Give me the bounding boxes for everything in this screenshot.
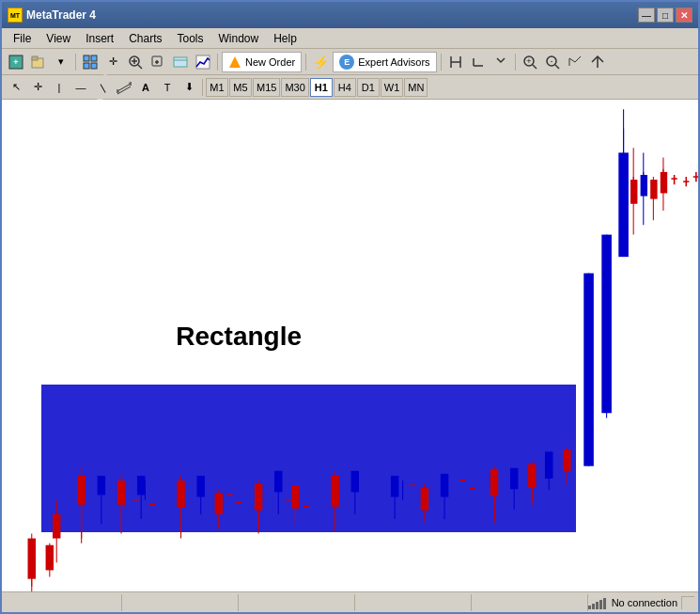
- toolbar-sep-3: [305, 54, 306, 71]
- main-toolbar: + ▾ ✛ New Order ⚡ E Expert: [2, 49, 698, 75]
- profiles-button[interactable]: [80, 52, 101, 72]
- status-seg-4: [355, 594, 472, 611]
- svg-rect-15: [174, 57, 187, 67]
- svg-rect-97: [545, 451, 552, 479]
- svg-rect-3: [32, 56, 38, 60]
- zoom-out-2-button[interactable]: -: [542, 52, 563, 72]
- svg-rect-111: [641, 175, 647, 197]
- draw-sep-1: [202, 79, 203, 96]
- minimize-button[interactable]: —: [638, 8, 655, 23]
- trend-line-tool[interactable]: |: [88, 72, 117, 101]
- status-seg-2: [122, 594, 239, 611]
- template-button[interactable]: [170, 52, 191, 72]
- svg-rect-74: [331, 476, 338, 507]
- period-down-button[interactable]: [468, 52, 489, 72]
- svg-rect-94: [528, 464, 536, 488]
- timeframe-m30[interactable]: M30: [281, 78, 308, 97]
- menu-view[interactable]: View: [39, 30, 78, 47]
- svg-rect-116: [661, 172, 667, 194]
- new-chart-button[interactable]: +: [6, 52, 26, 72]
- status-segments: [6, 594, 588, 611]
- window-title: MetaTrader 4: [26, 8, 96, 22]
- menu-charts[interactable]: Charts: [121, 30, 169, 47]
- svg-rect-46: [98, 476, 105, 496]
- svg-rect-79: [391, 476, 398, 497]
- svg-rect-61: [215, 493, 223, 514]
- alert-button[interactable]: ⚡: [310, 52, 331, 72]
- svg-rect-48: [117, 480, 125, 505]
- toolbar-sep-4: [441, 54, 442, 71]
- menu-window[interactable]: Window: [211, 30, 267, 47]
- svg-rect-89: [490, 469, 498, 496]
- crosshair-button[interactable]: ✛: [102, 52, 123, 72]
- svg-rect-125: [28, 539, 36, 579]
- svg-text:+: +: [13, 57, 18, 67]
- chart-type-button[interactable]: [565, 52, 585, 72]
- svg-rect-68: [274, 471, 282, 493]
- svg-rect-56: [177, 480, 184, 508]
- svg-rect-85: [441, 474, 448, 497]
- timeframe-h1[interactable]: H1: [310, 78, 333, 97]
- svg-text:-: -: [550, 56, 552, 66]
- open-button[interactable]: [28, 52, 49, 72]
- svg-rect-6: [84, 63, 89, 69]
- resize-handle[interactable]: [681, 596, 694, 609]
- zoom-in-2-button[interactable]: +: [520, 52, 540, 72]
- title-bar-left: MT MetaTrader 4: [8, 8, 96, 23]
- svg-rect-92: [510, 468, 518, 490]
- close-button[interactable]: ✕: [676, 8, 692, 23]
- svg-rect-42: [77, 476, 85, 505]
- title-bar-controls: — □ ✕: [638, 8, 692, 23]
- menu-help[interactable]: Help: [266, 30, 304, 47]
- signal-icon: [588, 596, 606, 609]
- chart-scroll-button[interactable]: [490, 52, 511, 72]
- text-tool[interactable]: A: [135, 77, 156, 98]
- zoom-out-button[interactable]: [148, 52, 168, 72]
- svg-text:+: +: [526, 56, 531, 66]
- svg-line-9: [138, 65, 142, 69]
- channel-tool[interactable]: [114, 77, 134, 98]
- svg-line-25: [533, 65, 537, 69]
- status-seg-1: [6, 594, 122, 611]
- zoom-in-button[interactable]: [125, 52, 146, 72]
- arrow-down-tool[interactable]: ⬇: [179, 77, 199, 98]
- maximize-button[interactable]: □: [657, 8, 674, 23]
- arrow-tool[interactable]: ↖: [6, 77, 26, 98]
- timeframe-h4[interactable]: H4: [334, 78, 356, 97]
- expert-advisors-button[interactable]: E Expert Advisors: [333, 52, 436, 72]
- text-label-tool[interactable]: T: [157, 77, 178, 98]
- svg-line-31: [569, 58, 575, 62]
- no-connection-label: No connection: [612, 597, 677, 608]
- auto-scroll-button[interactable]: [587, 52, 608, 72]
- menu-bar: File View Insert Charts Tools Window Hel…: [2, 28, 698, 49]
- vertical-line-tool[interactable]: |: [49, 77, 70, 98]
- svg-rect-77: [351, 471, 359, 493]
- crosshair-tool[interactable]: ✛: [27, 77, 48, 98]
- indicator-button[interactable]: [193, 52, 213, 72]
- svg-marker-18: [229, 56, 241, 68]
- timeframe-m15[interactable]: M15: [253, 78, 280, 97]
- horizontal-line-tool[interactable]: —: [70, 77, 91, 98]
- new-order-button[interactable]: New Order: [222, 52, 302, 72]
- timeframe-mn[interactable]: MN: [404, 78, 428, 97]
- timeframe-m5[interactable]: M5: [229, 78, 252, 97]
- toolbar-sep-1: [75, 54, 76, 71]
- svg-rect-83: [421, 487, 428, 511]
- chart-area[interactable]: Rectangle: [2, 100, 698, 591]
- timeframe-d1[interactable]: D1: [357, 78, 380, 97]
- status-seg-5: [472, 594, 588, 611]
- timeframe-m1[interactable]: M1: [206, 78, 228, 97]
- svg-rect-65: [255, 483, 262, 511]
- drawing-toolbar: ↖ ✛ | — | A T ⬇ M1 M5 M15 M30 H1 H4 D1 W…: [2, 75, 698, 100]
- svg-rect-99: [563, 449, 570, 471]
- open-dropdown[interactable]: ▾: [51, 52, 71, 72]
- timeframe-w1[interactable]: W1: [381, 78, 404, 97]
- menu-insert[interactable]: Insert: [78, 30, 121, 47]
- svg-rect-51: [137, 476, 145, 496]
- status-bar: No connection: [2, 591, 698, 612]
- period-sep-button[interactable]: [445, 52, 466, 72]
- menu-file[interactable]: File: [6, 30, 39, 47]
- svg-rect-7: [91, 63, 97, 69]
- menu-tools[interactable]: Tools: [170, 30, 211, 47]
- app-icon: MT: [8, 8, 23, 23]
